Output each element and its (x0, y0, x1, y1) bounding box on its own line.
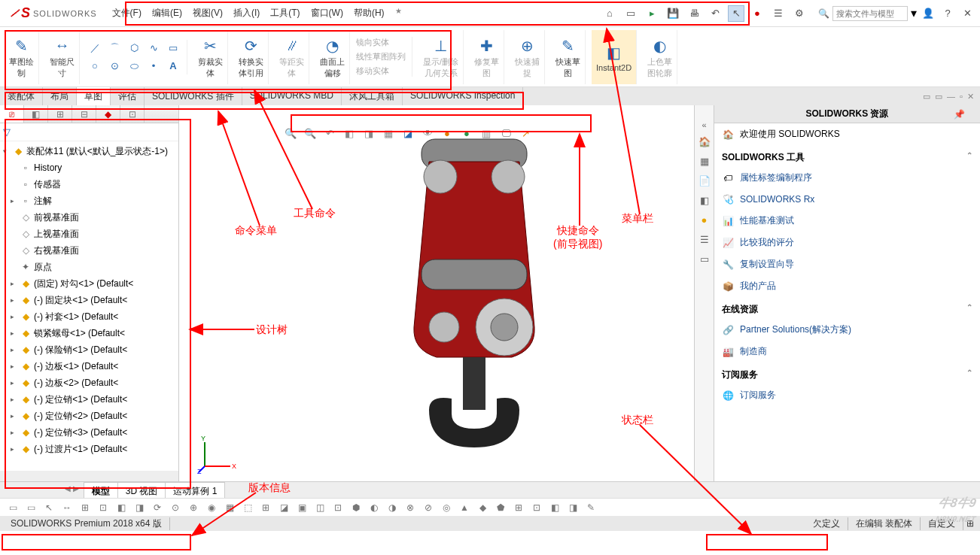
tree-scrollbar[interactable] (0, 471, 178, 481)
tree-item[interactable]: ▫History (0, 159, 178, 176)
pin-icon[interactable]: 📌 (954, 109, 965, 120)
tree-tab-property[interactable]: ◧ (24, 105, 48, 123)
tb-icon[interactable]: ◐ (367, 501, 381, 514)
open-icon[interactable]: ▸ (644, 5, 660, 22)
viewport[interactable]: 🔍 🔍 ↶ ◧ ◨ ▦ ◪ 👁 ● ● ▥ 🖵 ↗ (179, 105, 694, 481)
tb-icon[interactable]: ⊡ (331, 501, 345, 514)
tp-welcome[interactable]: 🏠 欢迎使用 SOLIDWORKS (714, 123, 980, 145)
undo-icon[interactable]: ↶ (707, 5, 723, 22)
ribbon-convert[interactable]: ⟳转换实 体引用 (234, 30, 269, 84)
menu-insert[interactable]: 插入(I) (233, 7, 260, 20)
zoom-area-icon[interactable]: 🔍 (303, 126, 318, 141)
point-icon[interactable]: • (152, 60, 156, 71)
tp-online-header[interactable]: 在线资源⌃ (714, 297, 980, 319)
print-icon[interactable]: 🖶 (686, 5, 702, 22)
tb-icon[interactable]: ⊕ (187, 501, 200, 514)
tb-icon[interactable]: ⊗ (403, 501, 417, 514)
tree-root[interactable]: ▾◆ 装配体11 (默认<默认_显示状态-1>) (0, 143, 178, 159)
tb-icon[interactable]: ◧ (114, 501, 128, 514)
file-icon[interactable]: 📄 (697, 173, 712, 188)
tree-body[interactable]: ▾◆ 装配体11 (默认<默认_显示状态-1>) ▫History▫传感器▸▫注… (0, 141, 178, 471)
prev-view-icon[interactable]: ↶ (322, 126, 337, 141)
ribbon-mirror[interactable]: 镜向实体 (356, 37, 406, 48)
tb-icon[interactable]: ⟳ (151, 501, 164, 514)
menu-help[interactable]: 帮助(H) (354, 7, 385, 20)
tb-icon[interactable]: ⊘ (422, 501, 435, 514)
select-icon[interactable]: ↖ (728, 5, 744, 22)
taskpane-item[interactable]: 📈比较我的评分 (714, 232, 980, 253)
search-input[interactable] (832, 6, 908, 21)
ribbon-linear-pattern[interactable]: 线性草图阵列 (356, 51, 406, 62)
tb-icon[interactable]: ◆ (476, 501, 489, 514)
tb-icon[interactable]: ⬢ (349, 501, 363, 514)
view-orient-icon[interactable]: ◨ (361, 126, 376, 141)
tab-mbd[interactable]: SOLIDWORKS MBD (242, 87, 342, 105)
taskpane-item[interactable]: 🏭制造商 (714, 341, 980, 362)
tb-icon[interactable]: ↔ (60, 501, 74, 514)
new-icon[interactable]: ▭ (622, 5, 639, 22)
rect-icon[interactable]: ▭ (169, 42, 178, 53)
tree-tab-dim[interactable]: ⊟ (72, 105, 96, 123)
doc-maximize-icon[interactable]: ▫ (960, 92, 963, 101)
tree-tab-appear[interactable]: ◆ (96, 105, 120, 123)
ribbon-offset-surface[interactable]: ◔曲面上 偏移 (315, 30, 350, 84)
tab-evaluate[interactable]: 评估 (111, 87, 145, 105)
tree-item[interactable]: ▸▫注解 (0, 193, 178, 209)
user-icon[interactable]: 👤 (920, 5, 936, 22)
save-icon[interactable]: 💾 (665, 5, 681, 22)
doc-minimize-icon[interactable]: — (947, 92, 955, 101)
btab-motion[interactable]: 运动算例 1 (165, 482, 225, 498)
taskpane-item[interactable]: 🔧复制设置向导 (714, 253, 980, 275)
tree-tab-display[interactable]: ⊡ (120, 105, 145, 123)
tree-item[interactable]: ▸◆(-) 过渡片<1> (Default< (0, 441, 178, 457)
rebuild-icon[interactable]: ● (749, 5, 765, 22)
arc-icon[interactable]: ⌒ (110, 41, 120, 55)
tb-icon[interactable]: ◑ (385, 501, 399, 514)
tree-item[interactable]: ▸◆(-) 边板<1> (Default< (0, 358, 178, 375)
tb-icon[interactable]: ◫ (313, 501, 327, 514)
tb-icon[interactable]: ▭ (6, 501, 20, 514)
tree-item[interactable]: ◇前视基准面 (0, 209, 178, 226)
ribbon-quicksketch[interactable]: ✎快速草 图 (551, 30, 586, 84)
tb-icon[interactable]: ⊞ (512, 501, 525, 514)
tb-icon[interactable]: ⊡ (530, 501, 543, 514)
tb-icon[interactable]: ↖ (42, 501, 56, 514)
tb-icon[interactable]: ◨ (132, 501, 146, 514)
funnel-icon[interactable]: ▽ (3, 126, 11, 138)
tab-layout[interactable]: 布局 (43, 87, 77, 105)
tb-icon[interactable]: ✎ (584, 501, 598, 514)
menu-tools[interactable]: 工具(T) (270, 7, 300, 20)
zoom-fit-icon[interactable]: 🔍 (283, 126, 298, 141)
taskpane-item[interactable]: 📦我的产品 (714, 275, 980, 297)
tb-icon[interactable]: ⊡ (96, 501, 110, 514)
appearance-tab-icon[interactable]: ● (697, 212, 712, 227)
taskpane-item[interactable]: 🩺SOLIDWORKS Rx (714, 189, 980, 210)
slot-icon[interactable]: ⊙ (111, 60, 119, 71)
tree-tab-config[interactable]: ⊞ (48, 105, 72, 123)
ribbon-sketch[interactable]: ✎草图绘 制 (5, 30, 39, 84)
tree-item[interactable]: ▸◆(-) 定位销<1> (Default< (0, 391, 178, 408)
tb-icon[interactable]: ◧ (548, 501, 562, 514)
tb-icon[interactable]: ▲ (458, 501, 471, 514)
tab-assembly[interactable]: 装配体 (0, 87, 43, 105)
ellipse-icon[interactable]: ⬭ (130, 60, 138, 72)
tb-icon[interactable]: ⬚ (241, 501, 254, 514)
menu-view[interactable]: 视图(V) (193, 7, 223, 20)
ribbon-smartdim[interactable]: ↔智能尺 寸 (45, 30, 80, 84)
poly-icon[interactable]: ⬡ (130, 42, 138, 53)
spline-icon[interactable]: ∿ (150, 42, 158, 53)
tree-item[interactable]: ▸◆(-) 衬套<1> (Default< (0, 308, 178, 325)
tree-item[interactable]: ▸◆(固定) 对勾<1> (Default< (0, 275, 178, 292)
doc-menu-icon2[interactable]: ▭ (935, 92, 942, 102)
tb-icon[interactable]: ◨ (566, 501, 580, 514)
close-icon[interactable]: ✕ (959, 5, 975, 22)
btab-model[interactable]: 模型 (84, 482, 118, 498)
menu-window[interactable]: 窗口(W) (311, 7, 343, 20)
tp-subscribe-header[interactable]: 订阅服务⌃ (714, 362, 980, 384)
tb-icon[interactable]: ◪ (277, 501, 291, 514)
btab-3dview[interactable]: 3D 视图 (117, 482, 166, 498)
ribbon-instant2d[interactable]: ◧Instant2D (592, 30, 637, 84)
tb-icon[interactable]: ⊙ (169, 501, 182, 514)
tree-item[interactable]: ▸◆(-) 定位销<2> (Default< (0, 408, 178, 424)
options-icon[interactable]: ☰ (770, 5, 787, 22)
